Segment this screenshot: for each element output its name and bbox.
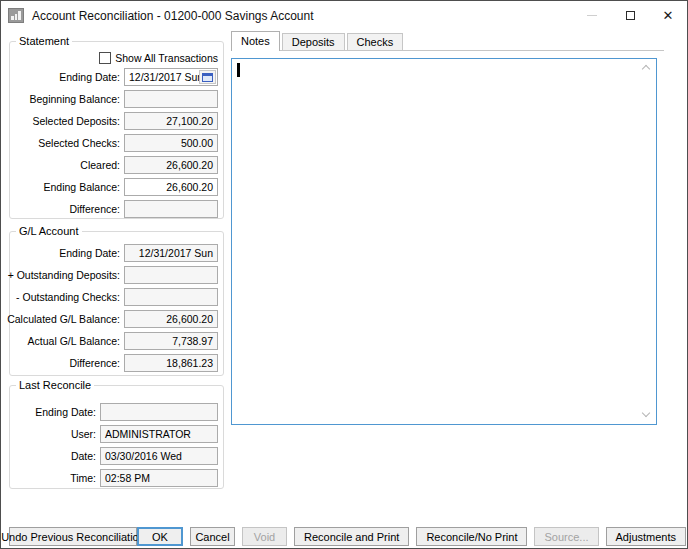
statement-group-label: Statement <box>16 35 72 47</box>
minimize-button <box>573 1 611 30</box>
show-all-transactions-checkbox[interactable] <box>99 52 111 64</box>
show-all-transactions-label: Show All Transactions <box>115 52 218 64</box>
app-icon <box>8 8 24 23</box>
outstanding-deposits-row: + Outstanding Deposits: <box>10 266 223 284</box>
last-user-row: User: ADMINISTRATOR <box>10 425 223 443</box>
reconcile-no-print-button[interactable]: Reconcile/No Print <box>416 527 527 546</box>
tab-checks[interactable]: Checks <box>347 33 404 50</box>
selected-deposits-row: Selected Deposits: 27,100.20 <box>10 112 223 130</box>
gl-ending-date-row: Ending Date: 12/31/2017 Sun <box>10 244 223 262</box>
gl-account-group: G/L Account Ending Date: 12/31/2017 Sun … <box>9 231 224 376</box>
last-time-field: 02:58 PM <box>100 469 218 487</box>
void-button: Void <box>242 527 287 546</box>
source-button: Source... <box>534 527 598 546</box>
adjustments-button[interactable]: Adjustments <box>606 527 687 546</box>
calculated-gl-balance-field: 26,600.20 <box>124 310 218 328</box>
field-label: + Outstanding Deposits: <box>8 269 120 281</box>
field-label: User: <box>71 428 96 440</box>
beginning-balance-field <box>124 90 218 108</box>
field-label: Difference: <box>69 357 120 369</box>
ending-balance-field[interactable]: 26,600.20 <box>124 178 218 196</box>
actual-gl-balance-row: Actual G/L Balance: 7,738.97 <box>10 332 223 350</box>
field-value: 12/31/2017 Sun <box>129 247 213 259</box>
last-reconcile-group-label: Last Reconcile <box>16 379 94 391</box>
cleared-row: Cleared: 26,600.20 <box>10 156 223 174</box>
button-bar: Undo Previous Reconciliation OK Cancel V… <box>9 527 670 546</box>
field-value: ADMINISTRATOR <box>105 428 213 440</box>
statement-ending-date-field[interactable]: 12/31/2017 Sun <box>124 68 218 86</box>
field-label: Actual G/L Balance: <box>28 335 120 347</box>
close-icon: ✕ <box>663 9 674 22</box>
field-value: 500.00 <box>129 137 213 149</box>
gl-account-group-label: G/L Account <box>16 225 82 237</box>
last-ending-date-field <box>100 403 218 421</box>
gl-difference-field: 18,861.23 <box>124 354 218 372</box>
ok-button[interactable]: OK <box>137 527 183 546</box>
calendar-icon <box>202 73 213 82</box>
statement-group: Statement Show All Transactions Ending D… <box>9 41 224 219</box>
field-value: 02:58 PM <box>105 472 213 484</box>
selected-checks-row: Selected Checks: 500.00 <box>10 134 223 152</box>
scroll-up-icon[interactable] <box>642 65 650 73</box>
statement-difference-row: Difference: <box>10 200 223 218</box>
field-value: 26,600.20 <box>129 181 213 193</box>
titlebar-buttons: ✕ <box>573 1 687 30</box>
last-reconcile-group: Last Reconcile Ending Date: User: ADMINI… <box>9 385 224 489</box>
undo-previous-reconciliation-button[interactable]: Undo Previous Reconciliation <box>9 527 137 546</box>
last-ending-date-row: Ending Date: <box>10 403 223 421</box>
beginning-balance-row: Beginning Balance: <box>10 90 223 108</box>
field-value: 18,861.23 <box>129 357 213 369</box>
text-caret <box>237 63 240 77</box>
statement-ending-balance-row: Ending Balance: 26,600.20 <box>10 178 223 196</box>
cleared-field: 26,600.20 <box>124 156 218 174</box>
field-label: - Outstanding Checks: <box>16 291 120 303</box>
field-label: Calculated G/L Balance: <box>7 313 120 325</box>
field-value: 26,600.20 <box>129 159 213 171</box>
selected-checks-field: 500.00 <box>124 134 218 152</box>
show-all-transactions-row: Show All Transactions <box>10 51 223 65</box>
field-label: Difference: <box>69 203 120 215</box>
field-value: 03/30/2016 Wed <box>105 450 213 462</box>
field-label: Ending Date: <box>59 247 120 259</box>
tab-notes[interactable]: Notes <box>231 31 280 51</box>
statement-difference-field <box>124 200 218 218</box>
outstanding-checks-field <box>124 288 218 306</box>
title-bar: Account Reconciliation - 01200-000 Savin… <box>1 1 687 30</box>
calendar-button[interactable] <box>199 70 216 84</box>
scroll-down-icon[interactable] <box>642 409 650 417</box>
tab-deposits[interactable]: Deposits <box>282 33 345 50</box>
calculated-gl-balance-row: Calculated G/L Balance: 26,600.20 <box>10 310 223 328</box>
actual-gl-balance-field: 7,738.97 <box>124 332 218 350</box>
maximize-icon <box>626 11 635 20</box>
window-title: Account Reconciliation - 01200-000 Savin… <box>32 9 314 23</box>
field-value: 27,100.20 <box>129 115 213 127</box>
last-time-row: Time: 02:58 PM <box>10 469 223 487</box>
field-label: Selected Checks: <box>38 137 120 149</box>
field-label: Ending Date: <box>35 406 96 418</box>
outstanding-checks-row: - Outstanding Checks: <box>10 288 223 306</box>
field-label: Date: <box>71 450 96 462</box>
field-label: Ending Date: <box>59 71 120 83</box>
close-button[interactable]: ✕ <box>649 1 687 30</box>
outstanding-deposits-field <box>124 266 218 284</box>
maximize-button[interactable] <box>611 1 649 30</box>
gl-difference-row: Difference: 18,861.23 <box>10 354 223 372</box>
gl-ending-date-field: 12/31/2017 Sun <box>124 244 218 262</box>
field-label: Time: <box>70 472 96 484</box>
field-label: Selected Deposits: <box>32 115 120 127</box>
field-value: 26,600.20 <box>129 313 213 325</box>
statement-ending-date-row: Ending Date: 12/31/2017 Sun <box>10 68 223 86</box>
field-value: 7,738.97 <box>129 335 213 347</box>
notes-textarea[interactable] <box>231 58 657 425</box>
cancel-button[interactable]: Cancel <box>190 527 235 546</box>
account-reconciliation-dialog: Account Reconciliation - 01200-000 Savin… <box>0 0 688 549</box>
selected-deposits-field: 27,100.20 <box>124 112 218 130</box>
last-date-row: Date: 03/30/2016 Wed <box>10 447 223 465</box>
field-label: Ending Balance: <box>44 181 120 193</box>
minimize-icon <box>587 15 597 16</box>
reconcile-and-print-button[interactable]: Reconcile and Print <box>294 527 409 546</box>
last-user-field: ADMINISTRATOR <box>100 425 218 443</box>
last-date-field: 03/30/2016 Wed <box>100 447 218 465</box>
field-label: Cleared: <box>80 159 120 171</box>
action-buttons: OK Cancel Void Reconcile and Print Recon… <box>137 527 688 546</box>
